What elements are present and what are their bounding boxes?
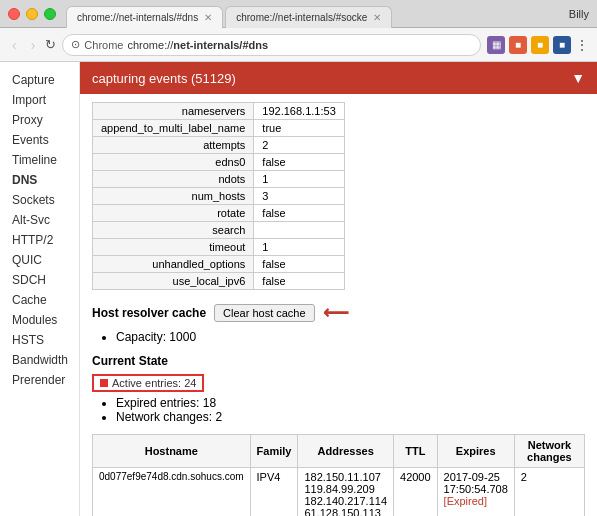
reload-button[interactable]: ↻ (45, 37, 56, 52)
active-badge: Active entries: 24 (92, 374, 204, 392)
sidebar-item-sdch[interactable]: SDCH (0, 270, 79, 290)
sidebar-item-prerender[interactable]: Prerender (0, 370, 79, 390)
cell-addresses-1: 182.150.11.107 119.84.99.209 182.140.217… (298, 468, 394, 517)
cell-ttl-1: 42000 (394, 468, 438, 517)
val-timeout: 1 (254, 239, 344, 256)
key-unhandled: unhandled_options (93, 256, 254, 273)
dns-config-table: nameservers192.168.1.1:53 append_to_mult… (92, 102, 345, 290)
tab-dns[interactable]: chrome://net-internals/#dns ✕ (66, 6, 223, 28)
col-hostname: Hostname (93, 435, 251, 468)
extension-icon-4[interactable]: ■ (553, 36, 571, 54)
address-icons: ▦ ■ ■ ■ ⋮ (487, 36, 589, 54)
val-nameservers: 192.168.1.1:53 (254, 103, 344, 120)
maximize-button[interactable] (44, 8, 56, 20)
sidebar-item-import[interactable]: Import (0, 90, 79, 110)
sidebar-item-bandwidth[interactable]: Bandwidth (0, 350, 79, 370)
dns-data-table: Hostname Family Addresses TTL Expires Ne… (92, 434, 585, 516)
extension-icon-1[interactable]: ▦ (487, 36, 505, 54)
val-unhandled: false (254, 256, 344, 273)
table-row: unhandled_optionsfalse (93, 256, 345, 273)
host-resolver-section: Host resolver cache Clear host cache ⟵ (92, 302, 585, 324)
protocol-label: Chrome (84, 39, 123, 51)
tab-sockets-close[interactable]: ✕ (373, 12, 381, 23)
expired-entries-item: Expired entries: 18 (116, 396, 585, 410)
capacity-item: Capacity: 1000 (116, 330, 585, 344)
key-append: append_to_multi_label_name (93, 120, 254, 137)
val-rotate: false (254, 205, 344, 222)
sidebar-item-http2[interactable]: HTTP/2 (0, 230, 79, 250)
state-items-list: Expired entries: 18 Network changes: 2 (92, 396, 585, 424)
key-ndots: ndots (93, 171, 254, 188)
header-arrow-icon: ▼ (571, 70, 585, 86)
cell-netchanges-1: 2 (514, 468, 584, 517)
close-button[interactable] (8, 8, 20, 20)
expired-label: [Expired] (444, 495, 487, 507)
cell-hostname-1: 0d077ef9e74d8.cdn.sohucs.com (93, 468, 251, 517)
sidebar-item-quic[interactable]: QUIC (0, 250, 79, 270)
active-entries-badge: Active entries: 24 (92, 374, 585, 392)
main-layout: Capture Import Proxy Events Timeline DNS… (0, 62, 597, 516)
network-changes-item: Network changes: 2 (116, 410, 585, 424)
table-row: attempts2 (93, 137, 345, 154)
clear-host-cache-button[interactable]: Clear host cache (214, 304, 315, 322)
key-nameservers: nameservers (93, 103, 254, 120)
sidebar-item-modules[interactable]: Modules (0, 310, 79, 330)
host-resolver-info: Capacity: 1000 (92, 330, 585, 344)
table-header-row: Hostname Family Addresses TTL Expires Ne… (93, 435, 585, 468)
url-bar[interactable]: ⊙ Chrome chrome://net-internals/#dns (62, 34, 481, 56)
active-entries-label: Active entries: 24 (112, 377, 196, 389)
address-bar: ‹ › ↻ ⊙ Chrome chrome://net-internals/#d… (0, 28, 597, 62)
sidebar-item-dns[interactable]: DNS (0, 170, 79, 190)
tab-sockets[interactable]: chrome://net-internals/#socke ✕ (225, 6, 392, 28)
capture-title: capturing events (51129) (92, 71, 236, 86)
extension-icon-3[interactable]: ■ (531, 36, 549, 54)
current-state-title: Current State (92, 354, 585, 368)
key-search: search (93, 222, 254, 239)
cell-expires-1: 2017-09-2517:50:54.708[Expired] (437, 468, 514, 517)
host-resolver-title: Host resolver cache (92, 306, 206, 320)
url-display: chrome://net-internals/#dns (127, 39, 268, 51)
col-ttl: TTL (394, 435, 438, 468)
sidebar: Capture Import Proxy Events Timeline DNS… (0, 62, 80, 516)
table-row: use_local_ipv6false (93, 273, 345, 290)
key-num-hosts: num_hosts (93, 188, 254, 205)
table-row: nameservers192.168.1.1:53 (93, 103, 345, 120)
menu-button[interactable]: ⋮ (575, 37, 589, 53)
table-row: timeout1 (93, 239, 345, 256)
val-append: true (254, 120, 344, 137)
sidebar-item-cache[interactable]: Cache (0, 290, 79, 310)
key-rotate: rotate (93, 205, 254, 222)
sidebar-item-capture[interactable]: Capture (0, 70, 79, 90)
tab-sockets-label: chrome://net-internals/#socke (236, 12, 367, 23)
sidebar-item-proxy[interactable]: Proxy (0, 110, 79, 130)
minimize-button[interactable] (26, 8, 38, 20)
forward-button[interactable]: › (27, 35, 40, 55)
arrow-icon: ⟵ (323, 302, 349, 324)
col-addresses: Addresses (298, 435, 394, 468)
tab-dns-close[interactable]: ✕ (204, 12, 212, 23)
val-num-hosts: 3 (254, 188, 344, 205)
tab-dns-label: chrome://net-internals/#dns (77, 12, 198, 23)
sidebar-item-alt-svc[interactable]: Alt-Svc (0, 210, 79, 230)
capture-header: capturing events (51129) ▼ (80, 62, 597, 94)
val-attempts: 2 (254, 137, 344, 154)
user-name: Billy (569, 8, 589, 20)
sidebar-item-events[interactable]: Events (0, 130, 79, 150)
sidebar-item-timeline[interactable]: Timeline (0, 150, 79, 170)
sidebar-item-sockets[interactable]: Sockets (0, 190, 79, 210)
active-dot-icon (100, 379, 108, 387)
traffic-lights (8, 8, 56, 20)
val-local-ipv6: false (254, 273, 344, 290)
url-bold: net-internals/#dns (173, 39, 268, 51)
table-row: ndots1 (93, 171, 345, 188)
title-bar: chrome://net-internals/#dns ✕ chrome://n… (0, 0, 597, 28)
tabs-area: chrome://net-internals/#dns ✕ chrome://n… (66, 0, 569, 28)
sidebar-item-hsts[interactable]: HSTS (0, 330, 79, 350)
val-ndots: 1 (254, 171, 344, 188)
key-edns0: edns0 (93, 154, 254, 171)
extension-icon-2[interactable]: ■ (509, 36, 527, 54)
back-button[interactable]: ‹ (8, 35, 21, 55)
key-timeout: timeout (93, 239, 254, 256)
content-area: capturing events (51129) ▼ nameservers19… (80, 62, 597, 516)
key-local-ipv6: use_local_ipv6 (93, 273, 254, 290)
